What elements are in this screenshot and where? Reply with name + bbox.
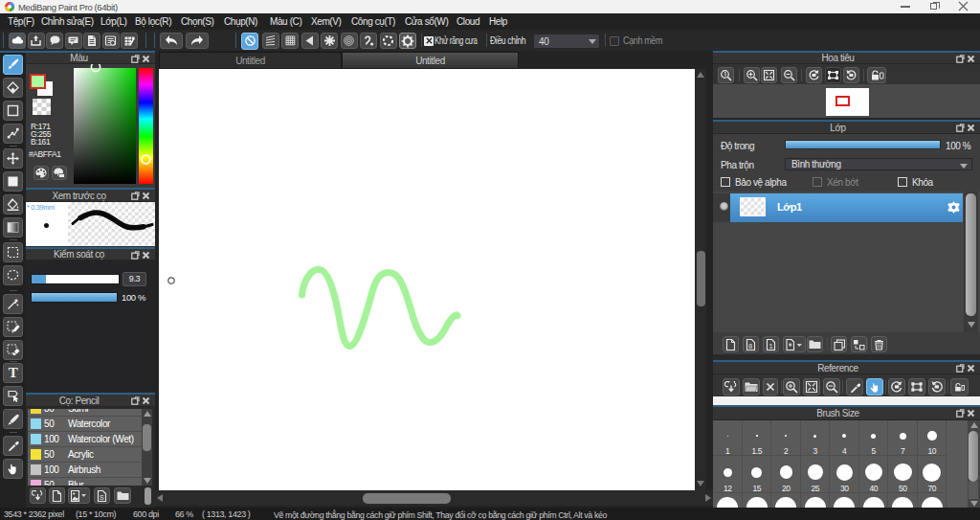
svg-text:1: 1	[769, 341, 773, 350]
svg-text:S: S	[100, 493, 104, 500]
svg-text:8: 8	[748, 341, 752, 350]
